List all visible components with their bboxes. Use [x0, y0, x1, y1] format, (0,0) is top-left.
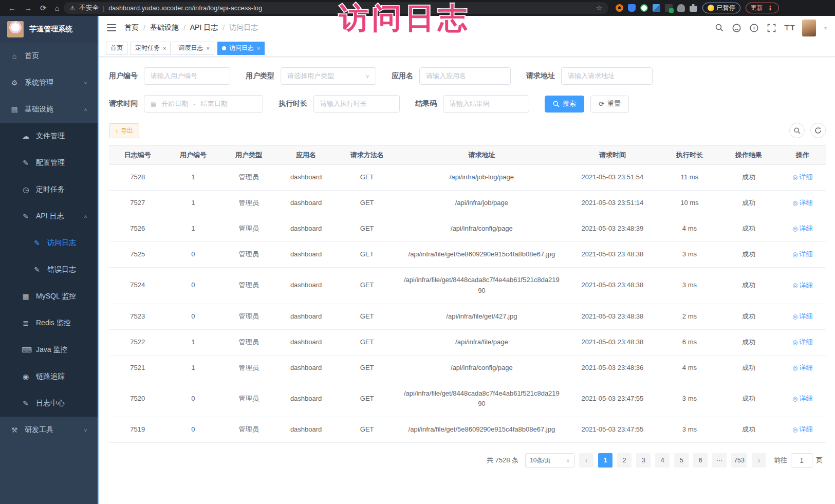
log-id-cell: 7522: [109, 329, 166, 355]
help-icon[interactable]: ?: [750, 23, 759, 32]
mysql-monitor-icon: ▦: [22, 292, 30, 301]
app-cell: dashboard: [277, 268, 335, 304]
sidebar-toggle-icon[interactable]: [107, 24, 116, 31]
eye-icon: ◎: [792, 224, 797, 234]
page-number-button[interactable]: ···: [712, 453, 727, 468]
page-number-button[interactable]: 4: [655, 453, 670, 468]
sidebar-item[interactable]: ⚙ 系统管理 ∨: [0, 69, 98, 96]
user-id-input[interactable]: 请输入用户编号: [144, 67, 230, 85]
sidebar-item[interactable]: ✎ 访问日志: [0, 230, 98, 256]
page-number-button[interactable]: 1: [598, 453, 613, 468]
sidebar-item[interactable]: ☁ 文件管理: [0, 123, 98, 150]
page-number-button[interactable]: 6: [693, 453, 708, 468]
sidebar-item[interactable]: ⚒ 研发工具 ∨: [0, 417, 98, 443]
prev-page-button[interactable]: ‹: [579, 453, 593, 468]
gear-icon: ⚙: [10, 79, 18, 87]
breadcrumb-item[interactable]: 基础设施: [150, 23, 179, 32]
page-number-button[interactable]: 753: [731, 453, 747, 468]
app-title: 芋道管理系统: [29, 25, 72, 34]
user-type-cell: 管理员: [220, 216, 277, 242]
fullscreen-icon[interactable]: [767, 23, 776, 32]
extensions-puzzle-icon[interactable]: [690, 4, 697, 12]
extension-icon-5[interactable]: [665, 4, 673, 12]
search-icon[interactable]: [715, 23, 724, 32]
browser-back-button[interactable]: ←: [8, 4, 16, 12]
extension-icon-4[interactable]: [653, 4, 660, 12]
refresh-table-button[interactable]: [810, 123, 826, 138]
user-avatar[interactable]: [802, 20, 816, 36]
breadcrumb-item[interactable]: 首页: [124, 23, 139, 32]
sidebar-item[interactable]: ✎ API 日志 ∧: [0, 203, 98, 230]
user-type-select[interactable]: 请选择用户类型∨: [281, 67, 376, 85]
browser-forward-button[interactable]: →: [24, 4, 32, 12]
sidebar-item[interactable]: ⌨ Java 监控: [0, 337, 98, 363]
detail-link[interactable]: ◎ 详细: [792, 337, 812, 348]
extension-icon-2[interactable]: [628, 4, 636, 12]
github-icon[interactable]: [732, 23, 741, 32]
detail-link[interactable]: ◎ 详细: [792, 198, 812, 209]
request-time-range-picker[interactable]: ▦ 开始日期 - 结束日期: [144, 95, 263, 113]
extension-icon-6[interactable]: [677, 4, 685, 12]
total-count: 共 7528 条: [487, 456, 518, 465]
page-number-button[interactable]: 3: [636, 453, 651, 468]
sidebar-item[interactable]: ⌂ 首页: [0, 43, 98, 69]
toggle-search-button[interactable]: [789, 123, 805, 138]
reset-button[interactable]: ⟳ 重置: [590, 96, 629, 113]
close-tab-icon[interactable]: ×: [257, 45, 260, 51]
view-tab[interactable]: 定时任务 ×: [131, 42, 171, 55]
detail-link[interactable]: ◎ 详细: [792, 223, 812, 234]
sidebar-item[interactable]: ◷ 定时任务: [0, 176, 98, 203]
next-page-button[interactable]: ›: [752, 453, 766, 468]
eye-icon: ◎: [792, 394, 797, 404]
detail-link[interactable]: ◎ 详细: [792, 281, 812, 291]
sidebar-item[interactable]: ◉ 链路追踪: [0, 363, 98, 390]
app-name-input[interactable]: 请输入应用名: [419, 67, 511, 85]
page-number-button[interactable]: 2: [617, 453, 632, 468]
sidebar-item[interactable]: ✎ 日志中心: [0, 390, 98, 417]
export-button[interactable]: ↓ 导出: [109, 123, 139, 138]
goto-page-input[interactable]: 1: [791, 453, 812, 468]
detail-link[interactable]: ◎ 详细: [792, 249, 812, 260]
extension-icon-1[interactable]: [616, 4, 623, 12]
detail-link[interactable]: ◎ 详细: [792, 394, 812, 404]
avatar-caret-icon[interactable]: ▾: [824, 25, 827, 31]
paused-extension-chip[interactable]: 已暂停: [702, 3, 740, 13]
browser-reload-button[interactable]: ⟳: [40, 4, 47, 13]
result-code-input[interactable]: 请输入结果码: [443, 95, 529, 113]
browser-home-button[interactable]: ⌂: [55, 4, 60, 12]
view-tab[interactable]: 调度日志 ×: [174, 42, 214, 55]
browser-menu-icon[interactable]: ⋮: [767, 5, 774, 12]
request-url-input[interactable]: 请输入请求地址: [561, 67, 653, 85]
detail-link[interactable]: ◎ 详细: [792, 172, 812, 183]
sidebar-item[interactable]: ≣ Redis 监控: [0, 310, 98, 337]
url-cell: /api/infra/config/page: [399, 355, 564, 381]
sidebar-item[interactable]: ▦ MySQL 监控: [0, 283, 98, 310]
detail-link[interactable]: ◎ 详细: [792, 311, 812, 322]
sidebar-item[interactable]: ▤ 基础设施 ∧: [0, 96, 98, 123]
sidebar-item[interactable]: ✎ 错误日志: [0, 256, 98, 283]
detail-link[interactable]: ◎ 详细: [792, 363, 812, 374]
font-size-icon[interactable]: ⊤T: [785, 23, 794, 32]
sidebar-item[interactable]: ✎ 配置管理: [0, 150, 98, 176]
address-bar[interactable]: ⚠ 不安全 | dashboard.yudao.iocoder.cn/infra…: [64, 2, 608, 14]
extension-icon-3[interactable]: [640, 4, 648, 12]
view-tab[interactable]: 访问日志 ×: [217, 42, 265, 55]
log-id-cell: 7527: [109, 191, 166, 216]
bookmark-star-icon[interactable]: ☆: [596, 4, 602, 12]
result-cell: 成功: [718, 381, 780, 417]
detail-link[interactable]: ◎ 详细: [792, 424, 812, 435]
duration-input[interactable]: 请输入执行时长: [313, 95, 400, 113]
table-row: 7522 1 管理员 dashboard GET /api/infra/file…: [109, 329, 826, 355]
browser-update-button[interactable]: 更新 ⋮: [746, 3, 779, 13]
view-tab[interactable]: 首页: [106, 42, 127, 55]
url-cell: /api/infra/file/get/5e8609290e915c4fa8b0…: [399, 242, 564, 268]
app-cell: dashboard: [277, 165, 335, 191]
search-button[interactable]: 搜索: [545, 96, 584, 113]
breadcrumb-item[interactable]: API 日志: [190, 23, 218, 32]
close-tab-icon[interactable]: ×: [206, 45, 209, 51]
page-size-select[interactable]: 10条/页 ∨: [525, 453, 574, 468]
sidebar-logo-row[interactable]: 芋道管理系统: [0, 16, 98, 43]
close-tab-icon[interactable]: ×: [163, 45, 166, 51]
page-number-button[interactable]: 5: [674, 453, 689, 468]
eye-icon: ◎: [792, 250, 797, 259]
